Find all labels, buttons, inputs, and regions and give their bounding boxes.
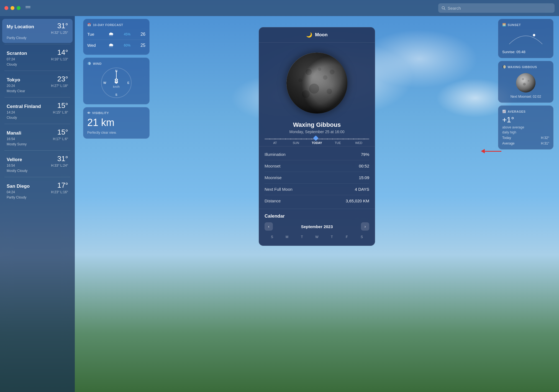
visibility-label: VISIBILITY (92, 111, 109, 115)
forecast-row-0: Tue 🌧 45% 26 (87, 29, 145, 40)
svg-point-6 (309, 84, 319, 94)
titlebar (0, 0, 559, 16)
averages-widget: 📈 AVERAGES +1° above average daily high … (498, 105, 553, 149)
wind-header: 💨 WIND (87, 62, 145, 65)
red-arrow (481, 149, 501, 153)
search-icon (442, 6, 445, 10)
arrow-line (485, 151, 501, 152)
calendar-next-button[interactable]: › (361, 222, 369, 231)
averages-icon: 📈 (502, 110, 506, 113)
svg-point-4 (305, 69, 312, 75)
minimize-button[interactable] (11, 6, 14, 10)
compass-east: E (127, 81, 129, 84)
sunrise-time: Sunrise: 05:48 (502, 50, 549, 54)
main-content: 📅 10-DAY FORECAST Tue 🌧 45% 26 Wed 🌧 60%… (75, 16, 559, 392)
calendar-prev-button[interactable]: ‹ (265, 222, 273, 231)
sidebar-location-4[interactable]: Manali 15° 16:54 H:17° L:6° Mostly Sunny (2, 125, 73, 149)
moon-data-row-0: Illumination 79% (265, 149, 369, 160)
svg-point-11 (298, 78, 302, 82)
calendar-icon: 📅 (87, 23, 91, 27)
visibility-icon: 👁 (87, 111, 91, 115)
forecast-row-1: Wed 🌧 60% 25 (87, 40, 145, 51)
search-input[interactable] (448, 6, 551, 11)
averages-desc2: daily high (502, 130, 549, 134)
waxing-gibbous-moon (516, 73, 535, 92)
moon-calendar: Calendar ‹ September 2023 › SMTWTFS (259, 209, 375, 246)
svg-point-35 (528, 80, 529, 82)
timeline-label-wed: WED (348, 141, 369, 145)
sidebar: My Location 31° H:32° L:25° Partly Cloud… (0, 16, 75, 392)
calendar-days-header: SMTWTFS (265, 234, 369, 240)
moon-data-row-3: Next Full Moon 4 DAYS (265, 184, 369, 195)
waxing-gibbous-widget: 🌔 WAXING GIBBOUS (498, 61, 553, 103)
svg-point-7 (327, 89, 332, 94)
averages-avg-row: Average H:31° (502, 141, 549, 145)
waxing-gibbous-icon: 🌔 (502, 65, 506, 69)
forecast-header: 📅 10-DAY FORECAST (87, 23, 145, 27)
sidebar-location-1[interactable]: Scranton 14° 07:24 H:16° L:13° Cloudy (2, 45, 73, 69)
search-bar[interactable] (438, 3, 555, 13)
averages-avg-label: Average (502, 141, 514, 145)
wind-label: WIND (93, 62, 102, 65)
moon-timeline-labels: ATSUNTODAYTUEWED (259, 140, 375, 146)
averages-label: 📈 AVERAGES (502, 110, 549, 113)
moon-data: Illumination 79% Moonset 00:52 Moonrise … (259, 146, 375, 209)
averages-value: +1° (502, 115, 549, 124)
sunset-arc (502, 30, 549, 47)
averages-today-row: Today H:32° (502, 136, 549, 140)
wind-card: 💨 WIND N S E W 8 km/h (83, 58, 150, 104)
visibility-header: 👁 VISIBILITY (87, 111, 145, 115)
wind-icon: 💨 (87, 62, 91, 65)
moon-modal-title: Moon (315, 32, 327, 38)
svg-point-36 (523, 83, 526, 86)
visibility-card: 👁 VISIBILITY 21 km Perfectly clear view. (83, 107, 150, 139)
sidebar-location-0[interactable]: My Location 31° H:32° L:25° Partly Cloud… (2, 19, 73, 43)
moon-modal-header: 🌙 Moon (259, 27, 375, 43)
close-button[interactable] (4, 6, 8, 10)
next-moonset: Next Moonset: 02:02 (502, 95, 549, 99)
calendar-title: Calendar (265, 213, 369, 219)
svg-point-9 (318, 68, 321, 71)
timeline-label-today: TODAY (306, 141, 327, 145)
moon-modal: 🌙 Moon (259, 27, 375, 246)
averages-desc: above average (502, 125, 549, 129)
forecast-label: 10-DAY FORECAST (93, 23, 123, 27)
svg-point-3 (286, 53, 347, 114)
moon-image (286, 53, 347, 114)
forecast-card: 📅 10-DAY FORECAST Tue 🌧 45% 26 Wed 🌧 60%… (83, 19, 150, 55)
fullscreen-button[interactable] (17, 6, 20, 10)
wind-speed-unit: km/h (113, 85, 120, 88)
svg-line-1 (444, 9, 445, 10)
sidebar-location-2[interactable]: Tokyo 23° 20:24 H:27° L:18° Mostly Clear (2, 72, 73, 96)
wind-needle (116, 71, 117, 79)
cal-day-header: T (324, 234, 339, 240)
center-widgets: 📅 10-DAY FORECAST Tue 🌧 45% 26 Wed 🌧 60%… (83, 19, 150, 139)
averages-avg-val: H:31° (541, 141, 549, 145)
svg-point-5 (323, 75, 327, 80)
compass: N S E W 8 km/h (101, 68, 132, 98)
timeline-label-sun: SUN (286, 141, 307, 145)
wind-needle-dot (116, 82, 117, 84)
compass-west: W (103, 81, 106, 84)
moon-icon: 🌙 (306, 32, 312, 38)
sunset-label: 🌅 SUNSET (502, 23, 549, 27)
cal-day-header: T (294, 234, 309, 240)
timeline-label-tue: TUE (327, 141, 348, 145)
moon-data-row-4: Distance 3,65,020 KM (265, 195, 369, 207)
svg-point-10 (330, 69, 335, 74)
cal-day-header: M (280, 234, 294, 240)
sidebar-location-3[interactable]: Central Finland 15° 14:24 H:15° L:8° Clo… (2, 99, 73, 123)
sidebar-location-5[interactable]: Vellore 31° 16:54 H:33° L:24° Mostly Clo… (2, 152, 73, 176)
averages-today-label: Today (502, 136, 511, 140)
sunset-icon: 🌅 (502, 23, 506, 27)
cal-day-header: S (265, 234, 280, 240)
sidebar-toggle-button[interactable] (25, 6, 30, 10)
visibility-note: Perfectly clear view. (87, 131, 145, 135)
svg-point-32 (533, 34, 535, 37)
cal-day-header: F (339, 234, 354, 240)
sidebar-location-6[interactable]: San Diego 17° 04:24 H:23° L:16° Partly C… (2, 178, 73, 202)
timeline-label-at: AT (265, 141, 286, 145)
svg-point-34 (522, 78, 524, 80)
svg-point-8 (302, 90, 310, 98)
compass-south: S (115, 93, 117, 96)
